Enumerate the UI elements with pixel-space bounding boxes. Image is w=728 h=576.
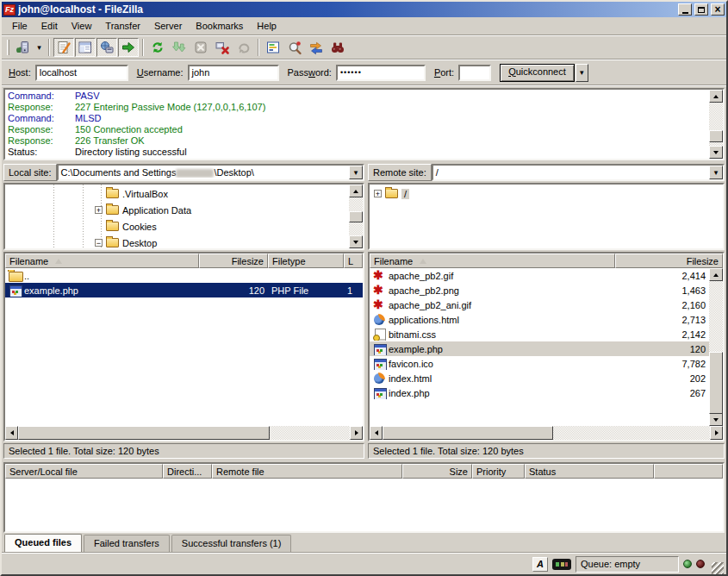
toggle-remote-tree-button[interactable]: [96, 38, 117, 57]
column-header-filename[interactable]: Filename: [370, 254, 615, 268]
process-queue-button[interactable]: [169, 38, 190, 57]
reconnect-button[interactable]: [233, 38, 254, 57]
column-header-server-local-file[interactable]: Server/Local file: [5, 464, 163, 479]
speed-limits-icon[interactable]: [552, 559, 571, 570]
scroll-thumb[interactable]: [18, 426, 270, 440]
file-row[interactable]: apache_pb2.gif2,414: [370, 268, 709, 283]
log-line: Response:227 Entering Passive Mode (127,…: [8, 102, 706, 113]
file-row[interactable]: apache_pb2.png1,463: [370, 283, 709, 297]
file-row[interactable]: favicon.ico7,782: [370, 356, 709, 371]
message-log: Command:PASV Response:227 Entering Passi…: [3, 88, 725, 160]
scroll-down-button[interactable]: [709, 413, 723, 426]
file-row[interactable]: index.php267: [370, 385, 709, 400]
column-header-direction[interactable]: Directi...: [163, 464, 212, 479]
column-header-filename[interactable]: Filename: [5, 254, 199, 268]
log-line: Response:226 Transfer OK: [8, 135, 706, 147]
resize-grip[interactable]: [712, 562, 724, 574]
find-files-button[interactable]: [327, 38, 348, 57]
file-row[interactable]: bitnami.css2,142: [370, 327, 709, 341]
close-button[interactable]: [711, 3, 725, 16]
menu-help[interactable]: Help: [250, 18, 283, 34]
column-header-remote-file[interactable]: Remote file: [212, 464, 402, 479]
tree-item[interactable]: Application Data: [5, 202, 349, 218]
scroll-down-button[interactable]: [349, 235, 363, 248]
menu-file[interactable]: File: [5, 18, 34, 34]
toolbar-grip[interactable]: [7, 40, 9, 55]
site-manager-dropdown[interactable]: [34, 38, 45, 57]
local-site-combo[interactable]: C:\Documents and Settings\Desktop\: [57, 164, 364, 181]
toggle-message-log-button[interactable]: [53, 38, 74, 57]
scroll-down-button[interactable]: [709, 146, 723, 159]
menu-server[interactable]: Server: [147, 18, 189, 34]
username-input[interactable]: john: [188, 65, 279, 81]
column-header-priority[interactable]: Priority: [472, 464, 525, 479]
file-row[interactable]: ..: [5, 268, 363, 283]
title-bar[interactable]: Fz john@localhost - FileZilla: [2, 2, 726, 17]
column-header-size[interactable]: Size: [402, 464, 472, 479]
menu-view[interactable]: View: [65, 18, 99, 34]
toggle-local-tree-button[interactable]: [75, 38, 96, 57]
expander-icon[interactable]: [374, 190, 382, 197]
menu-edit[interactable]: Edit: [34, 18, 65, 34]
scroll-right-button[interactable]: [710, 426, 723, 440]
scroll-right-button[interactable]: [350, 426, 363, 440]
column-header-filesize[interactable]: Filesize: [615, 254, 723, 268]
tab-successful-transfers[interactable]: Successful transfers (1): [171, 535, 292, 552]
cancel-operation-button[interactable]: [190, 38, 211, 57]
menu-bookmarks[interactable]: Bookmarks: [189, 18, 250, 34]
local-site-dropdown[interactable]: [349, 166, 363, 179]
minimize-button[interactable]: [678, 3, 692, 16]
remote-site-combo[interactable]: /: [432, 164, 725, 181]
data-type-indicator-icon[interactable]: A: [532, 557, 548, 572]
tree-item[interactable]: Desktop: [5, 235, 349, 248]
port-input[interactable]: [458, 65, 491, 81]
menu-transfer[interactable]: Transfer: [98, 18, 147, 34]
remote-site-dropdown[interactable]: [709, 166, 723, 179]
file-row[interactable]: applications.html2,713: [370, 312, 709, 327]
scroll-thumb[interactable]: [709, 130, 723, 142]
scroll-thumb[interactable]: [349, 211, 363, 222]
scroll-thumb[interactable]: [383, 426, 553, 440]
disconnect-button[interactable]: [212, 38, 233, 57]
tab-failed-transfers[interactable]: Failed transfers: [84, 535, 170, 552]
expander-icon[interactable]: [95, 239, 103, 247]
file-row-selected[interactable]: example.php 120 PHP File 1: [5, 283, 363, 297]
file-row-selected[interactable]: example.php120: [370, 341, 709, 356]
directory-listing-filters-button[interactable]: [263, 38, 283, 57]
scroll-thumb[interactable]: [709, 352, 723, 414]
tree-item[interactable]: .VirtualBox: [5, 185, 349, 202]
local-horizontal-scrollbar[interactable]: [5, 426, 363, 440]
synchronized-browsing-button[interactable]: [306, 38, 327, 57]
firefox-html-icon: [373, 373, 387, 385]
host-input[interactable]: localhost: [35, 65, 128, 81]
log-scrollbar[interactable]: [709, 90, 723, 159]
local-tree-scrollbar[interactable]: [349, 185, 363, 248]
column-header-status[interactable]: Status: [525, 464, 654, 479]
scroll-left-button[interactable]: [5, 426, 18, 440]
scroll-up-button[interactable]: [709, 268, 723, 281]
scroll-up-button[interactable]: [349, 185, 363, 197]
quickconnect-dropdown[interactable]: [576, 64, 588, 82]
refresh-button[interactable]: [147, 38, 168, 57]
tree-item[interactable]: Cookies: [5, 218, 349, 235]
file-row[interactable]: apache_pb2_ani.gif2,160: [370, 297, 709, 312]
column-header-filesize[interactable]: Filesize: [199, 254, 268, 268]
divider: [2, 85, 726, 86]
site-manager-button[interactable]: [12, 38, 33, 57]
expander-icon[interactable]: [95, 206, 103, 214]
find-files-icon: [330, 40, 345, 55]
column-header-lastmodified[interactable]: L: [344, 254, 363, 268]
tab-queued-files[interactable]: Queued files: [4, 534, 82, 552]
password-input[interactable]: ••••••: [336, 65, 426, 81]
scroll-left-button[interactable]: [370, 426, 383, 440]
maximize-button[interactable]: [694, 3, 708, 16]
remote-list-scrollbar[interactable]: [709, 268, 723, 426]
tree-item-selected[interactable]: /: [370, 185, 723, 202]
column-header-filetype[interactable]: Filetype: [268, 254, 344, 268]
remote-horizontal-scrollbar[interactable]: [370, 426, 723, 440]
toggle-transfer-queue-button[interactable]: [118, 38, 139, 57]
directory-comparison-button[interactable]: [284, 38, 305, 57]
quickconnect-button[interactable]: Quickconnect: [500, 64, 575, 82]
scroll-up-button[interactable]: [709, 90, 723, 103]
file-row[interactable]: index.html202: [370, 371, 709, 385]
